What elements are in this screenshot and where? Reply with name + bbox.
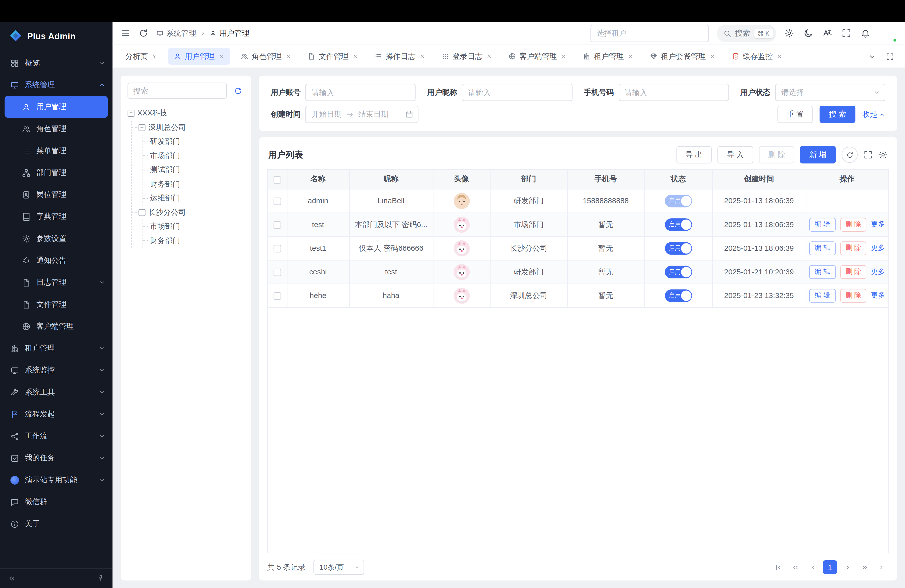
tab-users[interactable]: 用户管理 xyxy=(168,48,230,65)
tree-collapse-box[interactable] xyxy=(127,110,135,117)
tab-login-log[interactable]: 登录日志 xyxy=(436,48,498,65)
next-page-button[interactable] xyxy=(840,560,854,574)
prev-5-pages-button[interactable] xyxy=(788,560,802,574)
table-refresh-button[interactable] xyxy=(841,147,857,163)
pin-sidebar-icon[interactable] xyxy=(97,575,105,582)
nickname-input[interactable] xyxy=(462,84,572,101)
account-input[interactable] xyxy=(305,84,416,101)
row-checkbox[interactable] xyxy=(273,221,281,229)
search-button[interactable]: 搜 索 xyxy=(820,106,855,123)
delete-button[interactable]: 删 除 xyxy=(759,146,794,164)
table-settings-icon[interactable] xyxy=(878,150,888,159)
sidebar-item-dict[interactable]: 字典管理 xyxy=(0,206,113,227)
close-icon[interactable] xyxy=(627,53,634,59)
tab-tenant-package[interactable]: 租户套餐管理 xyxy=(644,48,721,65)
tab-list-dropdown[interactable] xyxy=(864,48,881,64)
pin-icon[interactable] xyxy=(151,53,158,59)
edit-button[interactable]: 编 辑 xyxy=(810,218,836,231)
sidebar-item-tools[interactable]: 系统工具 xyxy=(0,381,113,403)
close-icon[interactable] xyxy=(776,53,783,59)
edit-button[interactable]: 编 辑 xyxy=(810,241,836,255)
row-checkbox[interactable] xyxy=(273,198,281,205)
close-icon[interactable] xyxy=(486,53,492,59)
tree-node-branch[interactable]: 长沙分公司 xyxy=(132,205,244,219)
hamburger-menu-icon[interactable] xyxy=(121,29,130,38)
export-button[interactable]: 导 出 xyxy=(676,146,712,164)
sidebar-item-posts[interactable]: 岗位管理 xyxy=(0,184,113,205)
phone-input[interactable] xyxy=(618,84,729,101)
row-delete-button[interactable]: 删 除 xyxy=(840,241,866,255)
sidebar-item-roles[interactable]: 角色管理 xyxy=(0,118,113,140)
tree-search-input[interactable] xyxy=(127,83,227,99)
sidebar-item-system[interactable]: 系统管理 xyxy=(0,74,113,96)
edit-button[interactable]: 编 辑 xyxy=(810,288,836,302)
tab-clients[interactable]: 客户端管理 xyxy=(503,48,573,65)
created-date-range[interactable]: 开始日期 结束日期 xyxy=(305,106,419,123)
page-size-select[interactable]: 10条/页 xyxy=(314,559,365,575)
tab-cache-monitor[interactable]: 缓存监控 xyxy=(726,48,788,65)
fullscreen-icon[interactable] xyxy=(841,29,851,38)
tree-node-dept[interactable]: 运维部门 xyxy=(143,191,244,205)
tree-node-dept[interactable]: 财务部门 xyxy=(143,177,244,191)
tree-node-root[interactable]: XXX科技 xyxy=(127,106,244,121)
close-icon[interactable] xyxy=(710,53,716,59)
row-delete-button[interactable]: 删 除 xyxy=(840,218,866,231)
sidebar-item-departments[interactable]: 部门管理 xyxy=(0,162,113,184)
gear-icon[interactable] xyxy=(784,29,794,38)
status-toggle[interactable]: 启用 xyxy=(665,194,692,207)
tab-tenant[interactable]: 租户管理 xyxy=(577,48,640,65)
status-toggle[interactable]: 启用 xyxy=(665,289,692,302)
more-link[interactable]: 更多 xyxy=(871,291,885,300)
tree-node-dept[interactable]: 市场部门 xyxy=(143,149,244,163)
collapse-filters-link[interactable]: 收起 xyxy=(862,109,885,119)
import-button[interactable]: 导 入 xyxy=(718,146,753,164)
sidebar-item-logs[interactable]: 日志管理 xyxy=(0,271,113,293)
more-link[interactable]: 更多 xyxy=(871,219,885,229)
next-5-pages-button[interactable] xyxy=(858,560,872,574)
sidebar-item-process[interactable]: 流程发起 xyxy=(0,403,113,425)
breadcrumb-section[interactable]: 系统管理 xyxy=(156,28,196,38)
tree-node-branch[interactable]: 深圳总公司 xyxy=(132,121,244,135)
sidebar-item-notice[interactable]: 通知公告 xyxy=(0,250,113,271)
row-delete-button[interactable]: 删 除 xyxy=(840,288,866,302)
tree-refresh-button[interactable] xyxy=(232,84,245,97)
last-page-button[interactable] xyxy=(875,560,889,574)
close-icon[interactable] xyxy=(218,53,224,59)
close-icon[interactable] xyxy=(352,53,359,59)
tree-node-dept[interactable]: 财务部门 xyxy=(143,234,244,248)
sidebar-item-mytasks[interactable]: 我的任务 xyxy=(0,447,113,469)
tab-roles[interactable]: 角色管理 xyxy=(235,48,297,65)
more-link[interactable]: 更多 xyxy=(871,243,885,253)
row-checkbox[interactable] xyxy=(273,292,281,300)
close-icon[interactable] xyxy=(285,53,291,59)
sidebar-item-demo[interactable]: 演示站专用功能 xyxy=(0,469,113,491)
tab-operation-log[interactable]: 操作日志 xyxy=(369,48,431,65)
status-toggle[interactable]: 启用 xyxy=(665,242,692,254)
dark-mode-moon-icon[interactable] xyxy=(803,29,813,38)
status-toggle[interactable]: 启用 xyxy=(665,218,692,231)
tab-analysis[interactable]: 分析页 xyxy=(119,48,163,65)
tree-collapse-box[interactable] xyxy=(138,209,146,216)
tree-collapse-box[interactable] xyxy=(138,124,146,131)
page-number[interactable]: 1 xyxy=(823,560,837,574)
sidebar-item-wechat[interactable]: 微信群 xyxy=(0,491,113,513)
sidebar-item-about[interactable]: 关于 xyxy=(0,513,113,535)
bell-icon[interactable] xyxy=(861,29,870,38)
close-icon[interactable] xyxy=(419,53,426,59)
sidebar-item-clients[interactable]: 客户端管理 xyxy=(0,315,113,337)
global-search[interactable]: 搜索 ⌘ K xyxy=(717,25,776,42)
tree-node-dept[interactable]: 测试部门 xyxy=(143,163,244,177)
add-button[interactable]: 新 增 xyxy=(800,146,836,164)
status-toggle[interactable]: 启用 xyxy=(665,265,692,278)
sidebar-item-overview[interactable]: 概览 xyxy=(0,52,113,74)
translate-icon[interactable] xyxy=(822,29,832,38)
row-delete-button[interactable]: 删 除 xyxy=(840,265,866,279)
tree-node-dept[interactable]: 研发部门 xyxy=(143,135,244,149)
edit-button[interactable]: 编 辑 xyxy=(810,265,836,279)
more-link[interactable]: 更多 xyxy=(871,267,885,277)
sidebar-item-menus[interactable]: 菜单管理 xyxy=(0,140,113,162)
first-page-button[interactable] xyxy=(771,560,785,574)
table-fullscreen-icon[interactable] xyxy=(864,150,873,159)
status-select[interactable]: 请选择 xyxy=(775,84,885,101)
collapse-sidebar-icon[interactable] xyxy=(8,575,16,582)
